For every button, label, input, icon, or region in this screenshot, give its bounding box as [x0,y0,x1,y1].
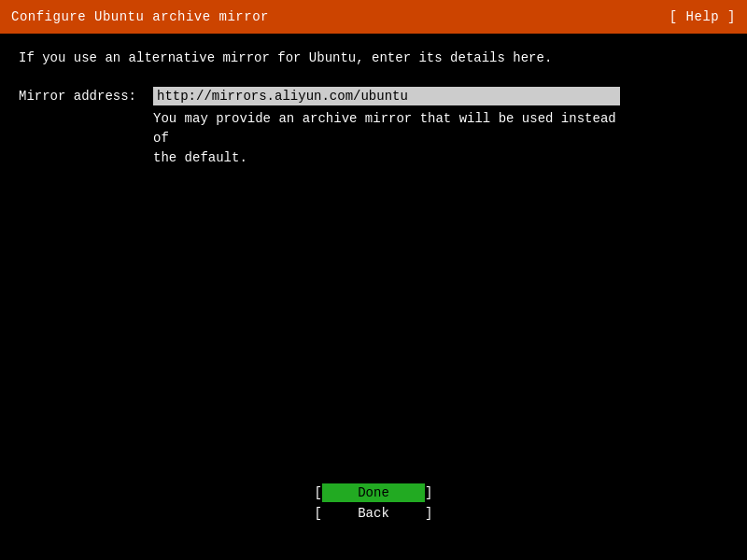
done-button[interactable]: Done [322,483,425,502]
window-title: Configure Ubuntu archive mirror [11,9,269,24]
back-open-bracket: [ [315,506,322,521]
mirror-input-area: You may provide an archive mirror that w… [153,87,728,168]
title-bar: Configure Ubuntu archive mirror [ Help ] [0,0,747,34]
main-content: If you use an alternative mirror for Ubu… [0,34,747,560]
mirror-row: Mirror address: You may provide an archi… [19,87,728,168]
app: Configure Ubuntu archive mirror [ Help ]… [0,0,747,560]
help-button[interactable]: [ Help ] [669,9,736,24]
mirror-address-input[interactable] [153,87,620,105]
back-button[interactable]: Back [322,504,425,523]
back-wrapper: [ Back ] [315,504,433,523]
done-wrapper: [ Done ] [315,483,433,502]
done-close-bracket: ] [425,485,432,500]
done-open-bracket: [ [315,485,322,500]
back-close-bracket: ] [425,506,432,521]
buttons-area: [ Done ] [ Back ] [0,483,747,523]
mirror-hint-text: You may provide an archive mirror that w… [153,109,620,168]
mirror-label: Mirror address: [19,87,149,104]
description-text: If you use an alternative mirror for Ubu… [19,49,728,68]
